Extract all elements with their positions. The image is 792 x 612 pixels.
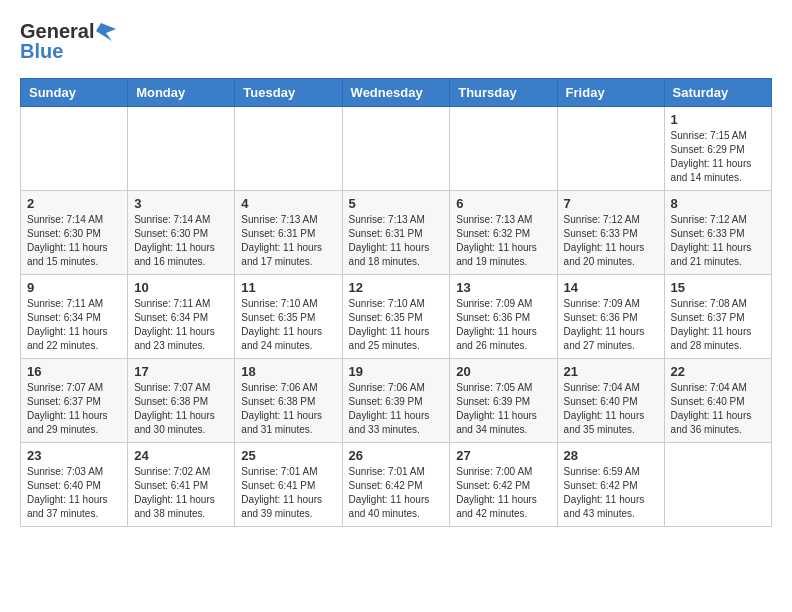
calendar-week-row: 1Sunrise: 7:15 AM Sunset: 6:29 PM Daylig…: [21, 107, 772, 191]
day-info: Sunrise: 7:09 AM Sunset: 6:36 PM Dayligh…: [456, 297, 550, 353]
weekday-header: Saturday: [664, 79, 771, 107]
calendar-cell: 25Sunrise: 7:01 AM Sunset: 6:41 PM Dayli…: [235, 443, 342, 527]
calendar-cell: 26Sunrise: 7:01 AM Sunset: 6:42 PM Dayli…: [342, 443, 450, 527]
day-info: Sunrise: 7:06 AM Sunset: 6:38 PM Dayligh…: [241, 381, 335, 437]
logo: General Blue: [20, 20, 116, 62]
calendar-week-row: 9Sunrise: 7:11 AM Sunset: 6:34 PM Daylig…: [21, 275, 772, 359]
calendar-cell: 15Sunrise: 7:08 AM Sunset: 6:37 PM Dayli…: [664, 275, 771, 359]
day-info: Sunrise: 7:08 AM Sunset: 6:37 PM Dayligh…: [671, 297, 765, 353]
day-info: Sunrise: 7:10 AM Sunset: 6:35 PM Dayligh…: [349, 297, 444, 353]
calendar-week-row: 16Sunrise: 7:07 AM Sunset: 6:37 PM Dayli…: [21, 359, 772, 443]
day-number: 2: [27, 196, 121, 211]
day-number: 18: [241, 364, 335, 379]
calendar-cell: 19Sunrise: 7:06 AM Sunset: 6:39 PM Dayli…: [342, 359, 450, 443]
calendar-cell: 17Sunrise: 7:07 AM Sunset: 6:38 PM Dayli…: [128, 359, 235, 443]
svg-marker-0: [96, 23, 116, 41]
day-info: Sunrise: 7:15 AM Sunset: 6:29 PM Dayligh…: [671, 129, 765, 185]
day-number: 12: [349, 280, 444, 295]
day-info: Sunrise: 7:07 AM Sunset: 6:38 PM Dayligh…: [134, 381, 228, 437]
calendar-cell: 13Sunrise: 7:09 AM Sunset: 6:36 PM Dayli…: [450, 275, 557, 359]
calendar-cell: 5Sunrise: 7:13 AM Sunset: 6:31 PM Daylig…: [342, 191, 450, 275]
day-number: 27: [456, 448, 550, 463]
day-number: 17: [134, 364, 228, 379]
calendar-cell: 14Sunrise: 7:09 AM Sunset: 6:36 PM Dayli…: [557, 275, 664, 359]
calendar-cell: [235, 107, 342, 191]
calendar-cell: 10Sunrise: 7:11 AM Sunset: 6:34 PM Dayli…: [128, 275, 235, 359]
calendar-header-row: SundayMondayTuesdayWednesdayThursdayFrid…: [21, 79, 772, 107]
day-info: Sunrise: 7:14 AM Sunset: 6:30 PM Dayligh…: [134, 213, 228, 269]
day-number: 26: [349, 448, 444, 463]
day-number: 6: [456, 196, 550, 211]
calendar-cell: 7Sunrise: 7:12 AM Sunset: 6:33 PM Daylig…: [557, 191, 664, 275]
day-info: Sunrise: 7:13 AM Sunset: 6:31 PM Dayligh…: [241, 213, 335, 269]
day-number: 10: [134, 280, 228, 295]
day-info: Sunrise: 6:59 AM Sunset: 6:42 PM Dayligh…: [564, 465, 658, 521]
day-info: Sunrise: 7:07 AM Sunset: 6:37 PM Dayligh…: [27, 381, 121, 437]
day-info: Sunrise: 7:10 AM Sunset: 6:35 PM Dayligh…: [241, 297, 335, 353]
weekday-header: Tuesday: [235, 79, 342, 107]
calendar-cell: [342, 107, 450, 191]
day-info: Sunrise: 7:14 AM Sunset: 6:30 PM Dayligh…: [27, 213, 121, 269]
calendar-cell: 28Sunrise: 6:59 AM Sunset: 6:42 PM Dayli…: [557, 443, 664, 527]
day-number: 24: [134, 448, 228, 463]
calendar-cell: 6Sunrise: 7:13 AM Sunset: 6:32 PM Daylig…: [450, 191, 557, 275]
calendar-cell: 27Sunrise: 7:00 AM Sunset: 6:42 PM Dayli…: [450, 443, 557, 527]
day-number: 3: [134, 196, 228, 211]
weekday-header: Thursday: [450, 79, 557, 107]
calendar-cell: 11Sunrise: 7:10 AM Sunset: 6:35 PM Dayli…: [235, 275, 342, 359]
day-info: Sunrise: 7:05 AM Sunset: 6:39 PM Dayligh…: [456, 381, 550, 437]
calendar-cell: 9Sunrise: 7:11 AM Sunset: 6:34 PM Daylig…: [21, 275, 128, 359]
day-info: Sunrise: 7:01 AM Sunset: 6:41 PM Dayligh…: [241, 465, 335, 521]
calendar-cell: 8Sunrise: 7:12 AM Sunset: 6:33 PM Daylig…: [664, 191, 771, 275]
calendar-cell: [664, 443, 771, 527]
day-info: Sunrise: 7:13 AM Sunset: 6:32 PM Dayligh…: [456, 213, 550, 269]
day-number: 16: [27, 364, 121, 379]
day-info: Sunrise: 7:11 AM Sunset: 6:34 PM Dayligh…: [134, 297, 228, 353]
calendar-cell: 18Sunrise: 7:06 AM Sunset: 6:38 PM Dayli…: [235, 359, 342, 443]
calendar-cell: 2Sunrise: 7:14 AM Sunset: 6:30 PM Daylig…: [21, 191, 128, 275]
day-info: Sunrise: 7:04 AM Sunset: 6:40 PM Dayligh…: [564, 381, 658, 437]
day-number: 14: [564, 280, 658, 295]
weekday-header: Wednesday: [342, 79, 450, 107]
day-info: Sunrise: 7:13 AM Sunset: 6:31 PM Dayligh…: [349, 213, 444, 269]
calendar-cell: [450, 107, 557, 191]
calendar-week-row: 23Sunrise: 7:03 AM Sunset: 6:40 PM Dayli…: [21, 443, 772, 527]
weekday-header: Monday: [128, 79, 235, 107]
day-info: Sunrise: 7:06 AM Sunset: 6:39 PM Dayligh…: [349, 381, 444, 437]
calendar-table: SundayMondayTuesdayWednesdayThursdayFrid…: [20, 78, 772, 527]
day-info: Sunrise: 7:04 AM Sunset: 6:40 PM Dayligh…: [671, 381, 765, 437]
calendar-cell: 1Sunrise: 7:15 AM Sunset: 6:29 PM Daylig…: [664, 107, 771, 191]
day-info: Sunrise: 7:00 AM Sunset: 6:42 PM Dayligh…: [456, 465, 550, 521]
calendar-cell: [21, 107, 128, 191]
calendar-cell: 20Sunrise: 7:05 AM Sunset: 6:39 PM Dayli…: [450, 359, 557, 443]
calendar-cell: [557, 107, 664, 191]
day-info: Sunrise: 7:01 AM Sunset: 6:42 PM Dayligh…: [349, 465, 444, 521]
day-number: 23: [27, 448, 121, 463]
calendar-cell: 4Sunrise: 7:13 AM Sunset: 6:31 PM Daylig…: [235, 191, 342, 275]
calendar-cell: 22Sunrise: 7:04 AM Sunset: 6:40 PM Dayli…: [664, 359, 771, 443]
day-number: 5: [349, 196, 444, 211]
calendar-cell: 24Sunrise: 7:02 AM Sunset: 6:41 PM Dayli…: [128, 443, 235, 527]
logo-bird-icon: [96, 20, 116, 42]
calendar-cell: [128, 107, 235, 191]
day-info: Sunrise: 7:02 AM Sunset: 6:41 PM Dayligh…: [134, 465, 228, 521]
day-number: 11: [241, 280, 335, 295]
day-number: 22: [671, 364, 765, 379]
day-info: Sunrise: 7:11 AM Sunset: 6:34 PM Dayligh…: [27, 297, 121, 353]
day-info: Sunrise: 7:03 AM Sunset: 6:40 PM Dayligh…: [27, 465, 121, 521]
calendar-cell: 23Sunrise: 7:03 AM Sunset: 6:40 PM Dayli…: [21, 443, 128, 527]
day-number: 8: [671, 196, 765, 211]
day-number: 28: [564, 448, 658, 463]
day-number: 15: [671, 280, 765, 295]
day-number: 4: [241, 196, 335, 211]
calendar-cell: 3Sunrise: 7:14 AM Sunset: 6:30 PM Daylig…: [128, 191, 235, 275]
calendar-cell: 12Sunrise: 7:10 AM Sunset: 6:35 PM Dayli…: [342, 275, 450, 359]
weekday-header: Friday: [557, 79, 664, 107]
day-number: 9: [27, 280, 121, 295]
day-number: 7: [564, 196, 658, 211]
weekday-header: Sunday: [21, 79, 128, 107]
page-header: General Blue: [20, 20, 772, 62]
day-info: Sunrise: 7:12 AM Sunset: 6:33 PM Dayligh…: [564, 213, 658, 269]
day-info: Sunrise: 7:09 AM Sunset: 6:36 PM Dayligh…: [564, 297, 658, 353]
day-number: 13: [456, 280, 550, 295]
